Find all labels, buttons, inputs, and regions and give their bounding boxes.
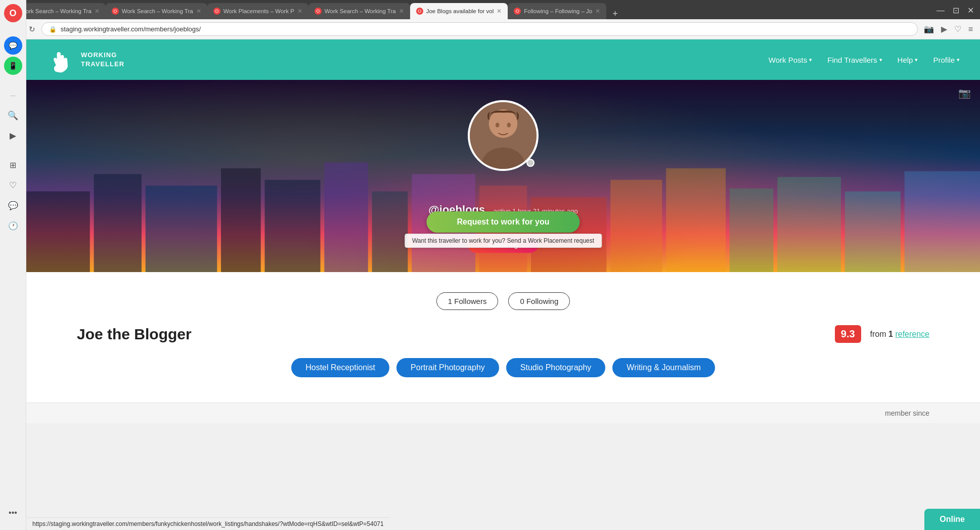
camera-icon[interactable]: 📷	[958, 87, 971, 99]
nav-help[interactable]: Help ▾	[898, 56, 918, 64]
tab-5[interactable]: O Joe Blogs available for vol ✕	[410, 3, 508, 19]
profile-display-name: Joe the Blogger	[77, 326, 192, 343]
browser-toolbar: ‹ › ↻ 🔒 staging.workingtraveller.com/mem…	[0, 19, 980, 39]
logo-icon	[47, 46, 75, 74]
followers-button[interactable]: 1 Followers	[436, 292, 499, 310]
cast-icon[interactable]: ▶	[939, 22, 949, 36]
minimize-button[interactable]: —	[934, 4, 947, 17]
tab-3-favicon: O	[213, 8, 220, 15]
svg-rect-7	[372, 191, 408, 272]
skill-studio-photography[interactable]: Studio Photography	[506, 358, 606, 377]
svg-rect-15	[845, 191, 901, 272]
svg-rect-3	[146, 186, 217, 272]
apps-icon[interactable]: ⊞	[4, 156, 22, 174]
tab-1-title: Work Search – Working Tra	[20, 8, 92, 14]
skill-portrait-photography[interactable]: Portrait Photography	[396, 358, 499, 377]
svg-rect-1	[26, 191, 90, 272]
refresh-button[interactable]: ↻	[27, 23, 37, 36]
browser-frame: O Work Search – Working Tra ✕ O Work Sea…	[0, 0, 980, 39]
profile-actions: Request to work for you Want this travel…	[426, 211, 580, 253]
tab-2[interactable]: O Work Search – Working Tra ✕	[106, 3, 207, 19]
bottom-url-bar: https://staging.workingtraveller.com/mem…	[26, 517, 390, 530]
browser-sidebar: O 💬 📱 — 🔍 ▶ ⊞ ♡ 💬 🕐 •••	[0, 0, 26, 530]
tab-6-title: Following – Following – Jo	[524, 8, 592, 14]
more-options-icon[interactable]: •••	[4, 504, 22, 522]
menu-icon[interactable]: ≡	[966, 22, 975, 36]
profile-content: 1 Followers 0 Following Joe the Blogger …	[26, 272, 980, 403]
rating-reference-link[interactable]: reference	[895, 330, 929, 338]
lock-icon: 🔒	[49, 26, 57, 33]
browser-tabs: O Work Search – Working Tra ✕ O Work Sea…	[0, 0, 980, 19]
avatar-status-dot	[526, 159, 534, 167]
close-window-button[interactable]: ✕	[965, 4, 976, 17]
new-tab-button[interactable]: +	[608, 9, 622, 19]
heart-icon[interactable]: ♡	[4, 176, 22, 194]
following-count-button[interactable]: 0 Following	[508, 292, 570, 310]
member-since-text: member since	[885, 409, 929, 417]
site-header: WORKING TRAVELLER Work Posts ▾ Find Trav…	[26, 39, 980, 80]
camera-toolbar-icon[interactable]: 📷	[922, 22, 936, 36]
sidebar-divider: —	[4, 86, 22, 104]
rating-from-text: from 1 reference	[870, 330, 929, 339]
svg-rect-4	[221, 168, 261, 272]
logo-text: WORKING TRAVELLER	[81, 51, 124, 69]
request-tooltip: Want this traveller to work for you? Sen…	[405, 234, 602, 248]
tab-2-title: Work Search – Working Tra	[122, 8, 193, 14]
tab-1-close[interactable]: ✕	[95, 8, 100, 15]
profile-name-row: Joe the Blogger 9.3 from 1 reference	[77, 325, 929, 343]
tab-6-favicon: O	[514, 8, 521, 15]
svg-point-20	[496, 123, 500, 127]
svg-rect-6	[324, 162, 368, 272]
send-icon[interactable]: ▶	[4, 126, 22, 145]
request-work-button[interactable]: Request to work for you	[426, 211, 580, 233]
svg-rect-2	[94, 174, 142, 272]
chat-icon[interactable]: 💬	[4, 196, 22, 214]
svg-rect-16	[905, 171, 980, 273]
online-status-badge: Online	[924, 509, 980, 530]
opera-logo[interactable]: O	[4, 4, 22, 22]
bookmark-icon[interactable]: ♡	[952, 22, 963, 36]
profile-chevron: ▾	[957, 57, 960, 63]
nav-work-posts[interactable]: Work Posts ▾	[769, 56, 812, 64]
address-text: staging.workingtraveller.com/members/joe…	[61, 25, 201, 33]
tab-4-close[interactable]: ✕	[399, 8, 404, 15]
toolbar-actions: 📷 ▶ ♡ ≡	[922, 22, 975, 36]
nav-find-travellers[interactable]: Find Travellers ▾	[827, 56, 882, 64]
messenger-icon[interactable]: 💬	[4, 36, 22, 55]
tab-4-favicon: O	[315, 8, 322, 15]
tab-4[interactable]: O Work Search – Working Tra ✕	[308, 3, 410, 19]
address-bar[interactable]: 🔒 staging.workingtraveller.com/members/j…	[41, 22, 918, 36]
tab-3[interactable]: O Work Placements – Work P ✕	[207, 3, 308, 19]
svg-rect-13	[730, 189, 773, 272]
find-travellers-chevron: ▾	[879, 57, 882, 63]
tab-2-favicon: O	[112, 8, 119, 15]
svg-rect-11	[610, 180, 662, 272]
tab-6-close[interactable]: ✕	[595, 8, 600, 15]
history-icon[interactable]: 🕐	[4, 216, 22, 235]
whatsapp-icon[interactable]: 📱	[4, 57, 22, 75]
svg-point-21	[507, 123, 511, 127]
tab-5-favicon: O	[416, 8, 423, 15]
search-sidebar-icon[interactable]: 🔍	[4, 106, 22, 124]
skill-hostel-receptionist[interactable]: Hostel Receptionist	[291, 358, 389, 377]
tab-2-close[interactable]: ✕	[196, 8, 201, 15]
rating-area: 9.3 from 1 reference	[835, 325, 929, 343]
rating-badge: 9.3	[835, 325, 861, 343]
nav-profile[interactable]: Profile ▾	[933, 56, 960, 64]
help-chevron: ▾	[915, 57, 918, 63]
work-posts-chevron: ▾	[809, 57, 812, 63]
tab-3-close[interactable]: ✕	[297, 8, 302, 15]
tab-6[interactable]: O Following – Following – Jo ✕	[508, 3, 606, 19]
tab-5-close[interactable]: ✕	[497, 8, 502, 15]
svg-rect-14	[777, 177, 841, 272]
profile-cover: 📷	[26, 80, 980, 272]
request-btn-wrapper: Request to work for you Want this travel…	[426, 211, 580, 233]
site-nav: Work Posts ▾ Find Travellers ▾ Help ▾ Pr…	[769, 56, 960, 64]
restore-button[interactable]: ⊡	[951, 4, 961, 17]
skill-writing-journalism[interactable]: Writing & Journalism	[612, 358, 715, 377]
profile-avatar-container	[468, 100, 539, 171]
member-since-bar: member since	[26, 403, 980, 423]
main-content: WORKING TRAVELLER Work Posts ▾ Find Trav…	[26, 39, 980, 423]
tab-3-title: Work Placements – Work P	[224, 8, 294, 14]
svg-rect-5	[265, 180, 321, 272]
